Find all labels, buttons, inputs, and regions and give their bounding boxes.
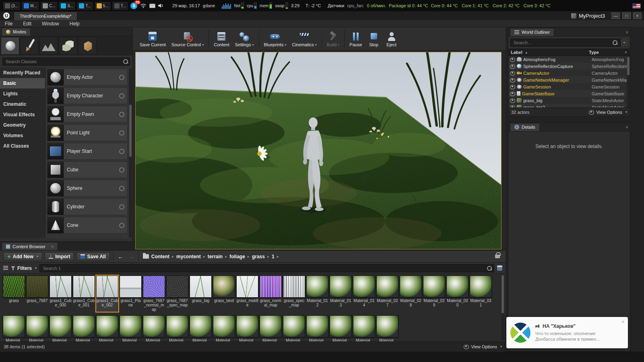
taskbar-window-button[interactable]: T... <box>77 2 92 10</box>
asset-tile[interactable]: grass_7687 <box>26 276 48 312</box>
asset-tile[interactable]: Material_ <box>190 315 212 341</box>
menu-item[interactable]: Help <box>70 21 80 27</box>
breadcrumb-item[interactable]: grass <box>252 254 265 259</box>
asset-tile[interactable]: Material_ <box>143 315 165 341</box>
close-button[interactable] <box>633 12 642 19</box>
mode-category[interactable]: Volumes <box>0 130 45 141</box>
breadcrumb-item[interactable]: terrain <box>208 254 223 259</box>
asset-tile[interactable]: Material_014 <box>353 276 375 312</box>
placeable-item[interactable]: Cylinder <box>47 198 128 215</box>
level-tab[interactable]: ThirdPersonExampleMap* <box>14 12 77 20</box>
filters-button[interactable]: Filters <box>11 265 37 271</box>
mail-icon[interactable] <box>149 4 155 8</box>
asset-tile[interactable]: Material_ <box>353 315 375 341</box>
view-mode-icon[interactable] <box>3 266 8 270</box>
scrollbar[interactable] <box>627 56 630 107</box>
mode-category[interactable]: All Classes <box>0 141 45 151</box>
taskbar-window-button[interactable]: T... <box>113 2 128 10</box>
placeable-item[interactable]: Point Light <box>47 124 128 141</box>
asset-tile[interactable]: Material_031 <box>470 276 492 312</box>
forward-button[interactable] <box>127 253 135 260</box>
mode-tool-button[interactable] <box>59 37 77 55</box>
clock[interactable]: 29 мар, 16:17 <box>172 3 200 8</box>
visibility-eye-icon[interactable] <box>510 71 515 75</box>
create-icon[interactable] <box>621 40 627 45</box>
placeable-item[interactable]: Empty Pawn <box>47 106 128 123</box>
minimize-button[interactable] <box>611 12 620 19</box>
toolbar-button[interactable]: Save Current <box>137 30 169 48</box>
asset-tile[interactable]: Material_ <box>236 315 258 341</box>
placeable-item[interactable]: Cube <box>47 161 128 178</box>
outliner-view-options[interactable]: View Options <box>588 110 627 115</box>
asset-tile[interactable]: Material_029 <box>423 276 445 312</box>
toolbar-button[interactable]: Cinematics <box>289 30 319 48</box>
asset-tile[interactable]: Material_ <box>26 315 48 341</box>
tab-content-browser[interactable]: Content Browser <box>2 242 58 251</box>
wifi-icon[interactable] <box>140 3 147 8</box>
mode-category[interactable]: Cinematic <box>0 99 45 109</box>
asset-tile[interactable]: grass_middle <box>236 276 258 312</box>
placeable-item[interactable]: Empty Character <box>47 87 128 104</box>
outliner-row[interactable]: SphereReflectionCapture SphereReflection… <box>508 63 630 70</box>
toolbar-button[interactable]: Stop <box>365 30 383 48</box>
asset-tile[interactable]: grass_7687_normal_map <box>143 276 165 312</box>
asset-tile[interactable]: Material_ <box>73 315 95 341</box>
toolbar-button[interactable]: Content <box>208 30 232 48</box>
close-icon[interactable] <box>626 125 628 130</box>
tab-world-outliner[interactable]: World Outliner <box>510 28 554 36</box>
system-meter[interactable]: swap <box>275 2 288 9</box>
mode-category[interactable]: Geometry <box>0 120 45 130</box>
asset-tile[interactable]: Material_ <box>260 315 282 341</box>
asset-tile[interactable]: grass1_Cube_002 <box>96 276 118 312</box>
asset-tile[interactable]: grass_spec_map <box>283 276 305 312</box>
outliner-row[interactable]: GameStateBase GameStateBase <box>508 90 630 97</box>
lock-icon[interactable] <box>495 255 500 258</box>
placeable-item[interactable]: Empty Actor <box>47 69 128 86</box>
system-meter[interactable]: cpu <box>247 2 257 9</box>
mode-category[interactable]: Visual Effects <box>0 109 45 120</box>
system-meter[interactable]: mem <box>260 2 272 9</box>
skype-tray-icon[interactable]: S75 <box>130 2 137 9</box>
asset-tile[interactable]: Material_ <box>330 315 352 341</box>
taskbar-window-button[interactable]: S... <box>59 2 75 10</box>
maximize-button[interactable] <box>622 12 631 19</box>
placeable-item[interactable]: Cone <box>47 217 128 234</box>
toolbar-button[interactable]: Pause <box>344 30 365 48</box>
add-new-button[interactable]: Add New <box>3 252 42 261</box>
modes-search-input[interactable] <box>2 58 130 66</box>
toolbar-button[interactable]: Source Control <box>169 30 206 48</box>
mode-tool-button[interactable] <box>20 37 39 55</box>
toolbar-button[interactable]: Build <box>322 30 342 48</box>
breadcrumb-item[interactable]: Content <box>151 254 169 259</box>
outside-temperature[interactable]: Т: -2 °C <box>305 3 321 8</box>
outliner-row[interactable]: AtmosphericFog AtmosphericFog <box>508 56 630 63</box>
toolbar-button[interactable]: Eject <box>383 30 400 48</box>
asset-tile[interactable]: Material_ <box>50 315 72 341</box>
close-icon[interactable] <box>51 244 54 249</box>
mode-category[interactable]: Lights <box>0 88 45 99</box>
menu-item[interactable]: Edit <box>23 21 31 27</box>
asset-tile[interactable]: grass1_Cube_000 <box>50 276 72 312</box>
keyboard-layout-flag-icon[interactable] <box>632 3 641 8</box>
visibility-eye-icon[interactable] <box>510 64 515 68</box>
import-button[interactable]: Import <box>45 252 74 261</box>
tab-details[interactable]: Details <box>510 123 540 131</box>
mode-category[interactable]: Basic <box>0 78 45 88</box>
mode-tool-button[interactable] <box>78 37 97 55</box>
close-icon[interactable] <box>626 30 628 35</box>
asset-tile[interactable]: Material_ <box>213 315 235 341</box>
scrollbar[interactable] <box>501 275 504 340</box>
mode-tool-button[interactable] <box>1 37 19 55</box>
notification-popup[interactable]: НА "Харьков" Что-то новенькое: ополчение… <box>506 317 628 348</box>
asset-tile[interactable]: Material_ <box>96 315 118 341</box>
visibility-eye-icon[interactable] <box>510 78 515 82</box>
asset-tile[interactable]: grass1_Plane <box>120 276 142 312</box>
outliner-row[interactable]: GameNetworkManager GameNetworkManager <box>508 76 630 83</box>
taskbar-window-button[interactable]: M... <box>22 2 39 10</box>
system-meter[interactable]: Net <box>234 2 244 9</box>
asset-tile[interactable]: Material_013 <box>330 276 352 312</box>
column-label[interactable]: Label <box>511 50 589 55</box>
asset-tile[interactable]: Material_ <box>166 315 188 341</box>
asset-tile[interactable]: grass_7687_spec_map <box>166 276 188 312</box>
visibility-eye-icon[interactable] <box>510 105 515 108</box>
